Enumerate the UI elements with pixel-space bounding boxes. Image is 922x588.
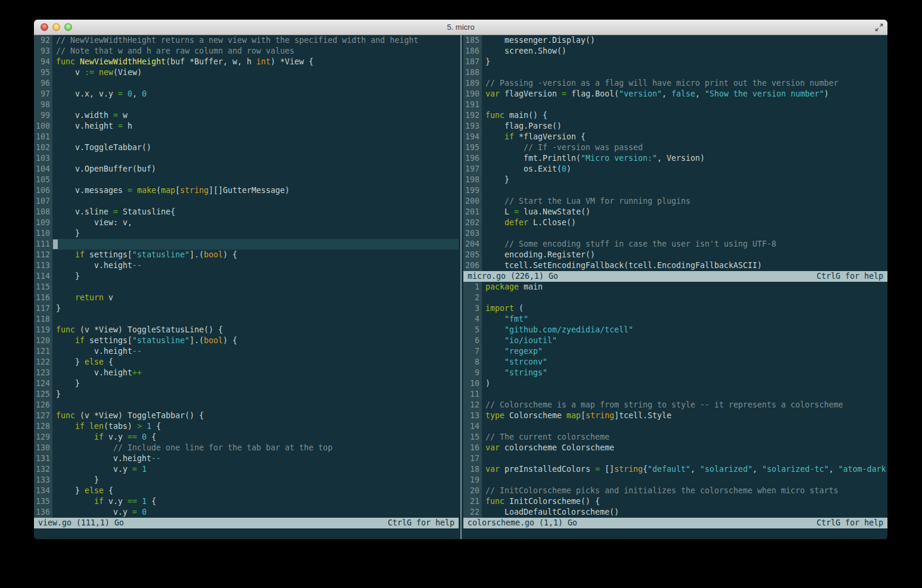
code-text[interactable]: if len(tabs) > 1 { [52, 421, 459, 432]
code-line[interactable]: 200 // Start the Lua VM for running plug… [463, 196, 887, 207]
code-line[interactable]: 1package main [463, 282, 887, 293]
code-text[interactable]: v.height-- [52, 453, 459, 464]
code-text[interactable]: func InitColorscheme() { [482, 496, 887, 507]
code-line[interactable]: 122 } else { [34, 357, 459, 368]
code-text[interactable] [52, 282, 459, 293]
code-line[interactable]: 110 } [34, 228, 459, 239]
code-line[interactable]: 190var flagVersion = flag.Bool("version"… [463, 89, 887, 99]
code-line[interactable]: 95 v := new(View) [34, 67, 459, 78]
code-text[interactable]: "regexp" [482, 346, 887, 357]
code-line[interactable]: 93// Note that w and h are raw column an… [34, 46, 459, 57]
code-line[interactable]: 124 } [34, 378, 459, 389]
code-line[interactable]: 119func (v *View) ToggleStatusLine() { [34, 325, 459, 335]
code-text[interactable]: var preInstalledColors = []string{"defau… [482, 464, 887, 475]
code-line[interactable]: 4 "fmt" [463, 314, 887, 325]
code-line[interactable]: 16var colorscheme Colorscheme [463, 443, 887, 453]
code-line[interactable]: 117} [34, 303, 459, 314]
code-line[interactable]: 134 } else { [34, 486, 459, 496]
code-line[interactable]: 97 v.x, v.y = 0, 0 [34, 89, 459, 99]
code-line[interactable]: 8 "strconv" [463, 357, 887, 368]
code-text[interactable]: "strconv" [482, 357, 887, 368]
code-text[interactable] [482, 99, 887, 110]
code-text[interactable]: if settings["statusline"].(bool) { [52, 335, 459, 346]
code-text[interactable]: } [52, 475, 459, 486]
code-line[interactable]: 21func InitColorscheme() { [463, 496, 887, 507]
code-line[interactable]: 100 v.height = h [34, 121, 459, 132]
code-text[interactable]: if v.y == 0 { [52, 432, 459, 443]
code-text[interactable]: // NewViewWidthHeight returns a new view… [52, 35, 459, 46]
code-text[interactable]: LoadDefaultColorscheme() [482, 507, 887, 518]
code-text[interactable]: if *flagVersion { [482, 132, 887, 142]
split-divider[interactable]: 185 messenger.Display()186 screen.Show()… [459, 35, 887, 539]
code-text[interactable]: var flagVersion = flag.Bool("version", f… [482, 89, 887, 99]
code-text[interactable]: "strings" [482, 368, 887, 378]
code-line[interactable]: 205 encoding.Register() [463, 250, 887, 260]
code-text[interactable]: v.OpenBuffer(buf) [52, 164, 459, 175]
code-line[interactable]: 6 "io/ioutil" [463, 335, 887, 346]
code-line[interactable]: 106 v.messages = make(map[string][]Gutte… [34, 185, 459, 196]
code-text[interactable] [482, 228, 887, 239]
code-text[interactable]: package main [482, 282, 887, 293]
code-text[interactable]: "fmt" [482, 314, 887, 325]
code-text[interactable] [52, 78, 459, 89]
code-line[interactable]: 186 screen.Show() [463, 46, 887, 57]
code-text[interactable]: if settings["statusline"].(bool) { [52, 250, 459, 260]
code-line[interactable]: 3import ( [463, 303, 887, 314]
code-line[interactable]: 102 v.ToggleTabbar() [34, 142, 459, 153]
code-text[interactable]: ) [482, 378, 887, 389]
code-text[interactable]: // Colorscheme is a map from string to s… [482, 400, 887, 410]
code-text[interactable] [52, 175, 459, 185]
code-line[interactable]: 197 os.Exit(0) [463, 164, 887, 175]
code-line[interactable]: 113 v.height-- [34, 260, 459, 271]
code-line[interactable]: 193 flag.Parse() [463, 121, 887, 132]
code-text[interactable]: // Passing -version as a flag will have … [482, 78, 887, 89]
code-line[interactable]: 10) [463, 378, 887, 389]
code-line[interactable]: 125} [34, 389, 459, 400]
code-text[interactable] [482, 453, 887, 464]
code-line[interactable]: 135 if v.y == 1 { [34, 496, 459, 507]
pane-view-go[interactable]: 92// NewViewWidthHeight returns a new vi… [34, 35, 459, 539]
code-text[interactable] [482, 389, 887, 400]
code-text[interactable]: func (v *View) ToggleStatusLine() { [52, 325, 459, 335]
code-area-colorscheme-go[interactable]: 1package main23import (4 "fmt"5 "github.… [463, 282, 887, 518]
code-text[interactable]: } [482, 57, 887, 67]
code-line[interactable]: 120 if settings["statusline"].(bool) { [34, 335, 459, 346]
code-text[interactable] [52, 132, 459, 142]
code-line[interactable]: 129 if v.y == 0 { [34, 432, 459, 443]
code-line[interactable]: 114 } [34, 271, 459, 282]
code-line[interactable]: 128 if len(tabs) > 1 { [34, 421, 459, 432]
code-area-view-go[interactable]: 92// NewViewWidthHeight returns a new vi… [34, 35, 459, 518]
code-line[interactable]: 111 [34, 239, 459, 250]
code-line[interactable]: 126 [34, 400, 459, 410]
code-line[interactable]: 194 if *flagVersion { [463, 132, 887, 142]
code-line[interactable]: 127func (v *View) ToggleTabbar() { [34, 410, 459, 421]
code-text[interactable]: // If -version was passed [482, 142, 887, 153]
code-line[interactable]: 19 [463, 475, 887, 486]
code-text[interactable]: } [52, 271, 459, 282]
code-text[interactable] [482, 293, 887, 303]
code-text[interactable]: v.width = w [52, 110, 459, 121]
code-text[interactable]: } [52, 228, 459, 239]
code-text[interactable]: } [482, 175, 887, 185]
code-text[interactable] [482, 185, 887, 196]
titlebar[interactable]: 5. micro [34, 20, 887, 35]
code-text[interactable]: v.height-- [52, 260, 459, 271]
code-line[interactable]: 17 [463, 453, 887, 464]
code-line[interactable]: 13type Colorscheme map[string]tcell.Styl… [463, 410, 887, 421]
terminal-window[interactable]: 5. micro 92// NewViewWidthHeight returns… [34, 20, 887, 539]
code-line[interactable]: 130 // Include one line for the tab bar … [34, 443, 459, 453]
code-line[interactable]: 195 // If -version was passed [463, 142, 887, 153]
code-text[interactable]: return v [52, 293, 459, 303]
code-text[interactable]: // Include one line for the tab bar at t… [52, 443, 459, 453]
code-text[interactable]: type Colorscheme map[string]tcell.Style [482, 410, 887, 421]
code-text[interactable]: flag.Parse() [482, 121, 887, 132]
code-line[interactable]: 94func NewViewWidthHeight(buf *Buffer, w… [34, 57, 459, 67]
code-line[interactable]: 185 messenger.Display() [463, 35, 887, 46]
code-text[interactable]: tcell.SetEncodingFallback(tcell.Encoding… [482, 260, 887, 271]
code-line[interactable]: 9 "strings" [463, 368, 887, 378]
code-line[interactable]: 104 v.OpenBuffer(buf) [34, 164, 459, 175]
code-line[interactable]: 15// The current colorscheme [463, 432, 887, 443]
code-text[interactable]: // Start the Lua VM for running plugins [482, 196, 887, 207]
code-line[interactable]: 204 // Some encoding stuff in case the u… [463, 239, 887, 250]
code-line[interactable]: 188 [463, 67, 887, 78]
